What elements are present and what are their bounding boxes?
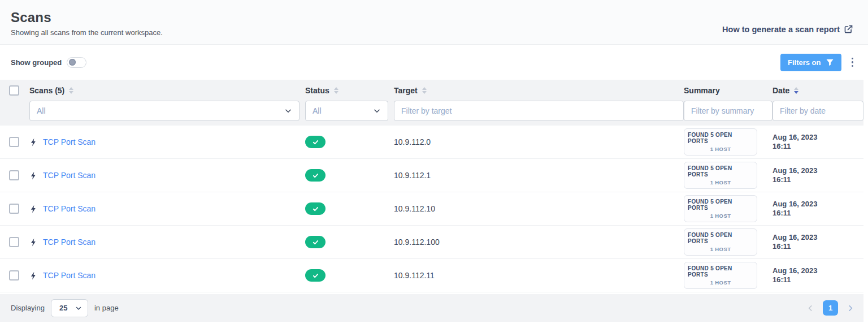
table-row: TCP Port Scan 10.9.112.1 FOUND 5 OPEN PO… <box>0 159 863 192</box>
scan-name-link[interactable]: TCP Port Scan <box>43 171 96 180</box>
lightning-bolt-icon <box>29 171 38 180</box>
lightning-bolt-icon <box>29 137 38 147</box>
scan-date: Aug 16, 2023 <box>772 233 818 242</box>
column-header-scans: Scans (5) <box>29 86 64 95</box>
scan-time: 16:11 <box>772 209 791 218</box>
row-checkbox[interactable] <box>9 270 19 280</box>
scan-date: Aug 16, 2023 <box>772 166 818 175</box>
external-link-icon <box>844 24 853 34</box>
scan-date: Aug 16, 2023 <box>772 133 818 142</box>
column-header-date: Date <box>772 86 789 95</box>
table-header-row: Scans (5) Status Target Summary Date <box>0 80 863 101</box>
page-size-select[interactable]: 25 <box>51 299 88 317</box>
chevron-down-icon <box>373 107 381 115</box>
sort-carets-icon[interactable] <box>334 87 338 94</box>
target-value: 10.9.112.1 <box>394 171 431 180</box>
target-value: 10.9.112.10 <box>394 204 435 213</box>
summary-open-ports: FOUND 5 OPEN PORTS <box>688 165 753 178</box>
lightning-bolt-icon <box>29 271 38 280</box>
sort-carets-icon[interactable] <box>69 87 73 94</box>
summary-badge[interactable]: FOUND 5 OPEN PORTS 1 HOST <box>684 262 757 289</box>
toolbar: Show grouped Filters on <box>0 45 868 80</box>
status-finished-badge <box>305 169 326 182</box>
scans-filter-value: All <box>37 106 46 115</box>
chevron-down-icon <box>75 305 82 312</box>
sort-carets-icon[interactable] <box>422 87 427 94</box>
summary-badge[interactable]: FOUND 5 OPEN PORTS 1 HOST <box>684 128 757 156</box>
table-body: TCP Port Scan 10.9.112.0 FOUND 5 OPEN PO… <box>0 126 863 292</box>
target-value: 10.9.112.0 <box>394 137 431 146</box>
scan-time: 16:11 <box>772 275 791 284</box>
scan-name-link[interactable]: TCP Port Scan <box>43 204 96 213</box>
summary-hosts: 1 HOST <box>710 146 731 152</box>
summary-open-ports: FOUND 5 OPEN PORTS <box>688 132 753 144</box>
scan-date: Aug 16, 2023 <box>772 266 818 275</box>
displaying-label: Displaying <box>11 304 45 312</box>
summary-hosts: 1 HOST <box>710 246 731 252</box>
table-row: TCP Port Scan 10.9.112.11 FOUND 5 OPEN P… <box>0 259 863 292</box>
table-row: TCP Port Scan 10.9.112.0 FOUND 5 OPEN PO… <box>0 126 863 159</box>
scan-time: 16:11 <box>772 242 791 251</box>
summary-hosts: 1 HOST <box>710 213 731 219</box>
help-link-label: How to generate a scan report <box>722 25 840 34</box>
filters-on-button[interactable]: Filters on <box>780 54 841 71</box>
date-filter-input[interactable] <box>772 101 863 121</box>
select-all-checkbox[interactable] <box>9 85 19 96</box>
target-filter-input[interactable] <box>394 101 684 121</box>
summary-hosts: 1 HOST <box>710 179 731 185</box>
summary-open-ports: FOUND 5 OPEN PORTS <box>688 265 753 278</box>
status-filter-value: All <box>313 106 322 115</box>
row-checkbox[interactable] <box>9 204 19 214</box>
in-page-label: in page <box>94 304 119 312</box>
pagination: 1 <box>806 300 854 316</box>
summary-hosts: 1 HOST <box>710 279 731 286</box>
column-header-target: Target <box>394 86 418 95</box>
check-icon <box>313 139 319 145</box>
row-checkbox[interactable] <box>9 170 19 180</box>
page-size-value: 25 <box>59 304 67 312</box>
chevron-left-icon[interactable] <box>806 304 814 312</box>
summary-badge[interactable]: FOUND 5 OPEN PORTS 1 HOST <box>684 162 757 189</box>
kebab-menu-icon[interactable] <box>848 55 857 70</box>
scan-name-link[interactable]: TCP Port Scan <box>43 137 96 146</box>
row-checkbox[interactable] <box>9 237 19 247</box>
table-footer: Displaying 25 in page 1 <box>0 294 863 322</box>
summary-badge[interactable]: FOUND 5 OPEN PORTS 1 HOST <box>684 195 757 222</box>
target-value: 10.9.112.11 <box>394 271 435 280</box>
scan-name-link[interactable]: TCP Port Scan <box>43 271 96 280</box>
scan-time: 16:11 <box>772 175 791 184</box>
check-icon <box>313 239 319 245</box>
status-finished-badge <box>305 202 326 215</box>
chevron-down-icon <box>284 107 292 115</box>
summary-open-ports: FOUND 5 OPEN PORTS <box>688 198 753 211</box>
lightning-bolt-icon <box>29 204 38 214</box>
column-header-status: Status <box>305 86 329 95</box>
status-finished-badge <box>305 269 326 282</box>
table-row: TCP Port Scan 10.9.112.10 FOUND 5 OPEN P… <box>0 192 863 226</box>
summary-open-ports: FOUND 5 OPEN PORTS <box>688 232 753 244</box>
check-icon <box>313 172 319 179</box>
page-number-button[interactable]: 1 <box>823 300 838 316</box>
scan-name-link[interactable]: TCP Port Scan <box>43 238 96 247</box>
page-title: Scans <box>11 10 853 25</box>
lightning-bolt-icon <box>29 238 38 247</box>
show-grouped-label: Show grouped <box>11 58 62 67</box>
summary-badge[interactable]: FOUND 5 OPEN PORTS 1 HOST <box>684 228 757 256</box>
target-value: 10.9.112.100 <box>394 238 440 247</box>
row-checkbox[interactable] <box>9 137 19 147</box>
chevron-right-icon[interactable] <box>847 304 854 312</box>
summary-filter-input[interactable] <box>684 101 772 121</box>
table-filter-row: All All <box>0 101 863 126</box>
help-link[interactable]: How to generate a scan report <box>722 24 853 34</box>
scans-filter-select[interactable]: All <box>29 101 300 121</box>
scans-table: Scans (5) Status Target Summary Date All <box>0 80 863 322</box>
check-icon <box>313 273 319 279</box>
filters-button-label: Filters on <box>788 58 821 67</box>
scan-date: Aug 16, 2023 <box>772 200 818 209</box>
sort-carets-icon[interactable] <box>794 87 798 94</box>
column-header-summary: Summary <box>684 86 720 95</box>
status-filter-select[interactable]: All <box>305 101 388 121</box>
toggle-knob <box>69 59 76 66</box>
status-finished-badge <box>305 236 326 248</box>
show-grouped-toggle[interactable] <box>67 57 86 68</box>
